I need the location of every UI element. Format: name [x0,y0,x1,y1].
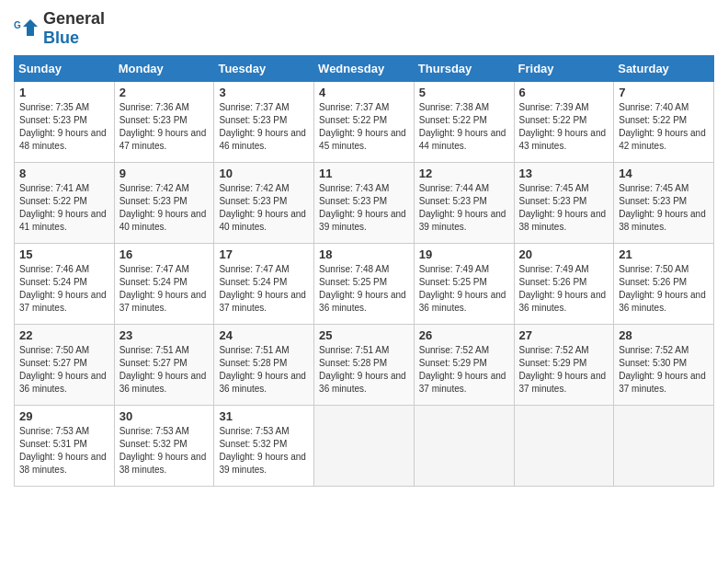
svg-text:G: G [14,20,21,30]
day-cell: 30 Sunrise: 7:53 AM Sunset: 5:32 PM Dayl… [114,406,214,487]
day-info: Sunrise: 7:53 AM Sunset: 5:32 PM Dayligh… [119,425,210,477]
day-info: Sunrise: 7:52 AM Sunset: 5:29 PM Dayligh… [419,344,509,396]
header-cell-wednesday: Wednesday [314,56,415,82]
day-cell: 22 Sunrise: 7:50 AM Sunset: 5:27 PM Dayl… [15,325,115,406]
day-info: Sunrise: 7:41 AM Sunset: 5:22 PM Dayligh… [19,182,109,234]
day-cell: 9 Sunrise: 7:42 AM Sunset: 5:23 PM Dayli… [114,163,214,244]
calendar-body: 1 Sunrise: 7:35 AM Sunset: 5:23 PM Dayli… [15,82,714,487]
day-number: 3 [219,86,309,99]
day-info: Sunrise: 7:46 AM Sunset: 5:24 PM Dayligh… [19,263,109,315]
week-row-4: 22 Sunrise: 7:50 AM Sunset: 5:27 PM Dayl… [15,325,714,406]
header: G General Blue [14,9,714,48]
day-cell: 3 Sunrise: 7:37 AM Sunset: 5:23 PM Dayli… [214,82,314,163]
day-info: Sunrise: 7:49 AM Sunset: 5:25 PM Dayligh… [419,263,509,315]
header-cell-thursday: Thursday [414,56,514,82]
day-cell: 17 Sunrise: 7:47 AM Sunset: 5:24 PM Dayl… [214,244,314,325]
day-cell: 26 Sunrise: 7:52 AM Sunset: 5:29 PM Dayl… [414,325,514,406]
day-info: Sunrise: 7:45 AM Sunset: 5:23 PM Dayligh… [619,182,709,234]
header-cell-sunday: Sunday [15,56,115,82]
day-info: Sunrise: 7:47 AM Sunset: 5:24 PM Dayligh… [219,263,309,315]
day-number: 9 [119,167,210,180]
day-number: 28 [619,328,709,342]
day-number: 13 [519,167,609,180]
day-number: 7 [619,86,709,99]
day-info: Sunrise: 7:47 AM Sunset: 5:24 PM Dayligh… [119,263,210,315]
day-cell: 16 Sunrise: 7:47 AM Sunset: 5:24 PM Dayl… [114,244,214,325]
day-info: Sunrise: 7:44 AM Sunset: 5:23 PM Dayligh… [419,182,509,234]
day-cell [314,406,415,487]
day-number: 29 [19,409,109,423]
logo-text: General Blue [43,9,105,48]
day-number: 27 [519,328,609,342]
day-cell: 1 Sunrise: 7:35 AM Sunset: 5:23 PM Dayli… [15,82,115,163]
day-number: 5 [419,86,509,99]
day-cell [514,406,614,487]
header-cell-saturday: Saturday [614,56,714,82]
day-info: Sunrise: 7:42 AM Sunset: 5:23 PM Dayligh… [219,182,309,234]
calendar-table: SundayMondayTuesdayWednesdayThursdayFrid… [14,55,714,487]
day-number: 10 [219,167,309,180]
day-info: Sunrise: 7:36 AM Sunset: 5:23 PM Dayligh… [119,101,210,153]
day-cell: 24 Sunrise: 7:51 AM Sunset: 5:28 PM Dayl… [214,325,314,406]
day-info: Sunrise: 7:52 AM Sunset: 5:29 PM Dayligh… [519,344,609,396]
svg-marker-1 [23,19,38,36]
day-number: 19 [419,247,509,261]
day-number: 18 [319,247,409,261]
day-info: Sunrise: 7:37 AM Sunset: 5:22 PM Dayligh… [319,101,409,153]
day-number: 2 [119,86,210,99]
day-number: 14 [619,167,709,180]
day-cell: 11 Sunrise: 7:43 AM Sunset: 5:23 PM Dayl… [314,163,415,244]
header-cell-friday: Friday [514,56,614,82]
day-info: Sunrise: 7:53 AM Sunset: 5:32 PM Dayligh… [219,425,309,477]
day-number: 16 [119,247,210,261]
day-number: 24 [219,328,309,342]
day-number: 23 [119,328,210,342]
day-cell: 5 Sunrise: 7:38 AM Sunset: 5:22 PM Dayli… [414,82,514,163]
day-number: 30 [119,409,210,423]
day-cell: 29 Sunrise: 7:53 AM Sunset: 5:31 PM Dayl… [15,406,115,487]
day-info: Sunrise: 7:50 AM Sunset: 5:27 PM Dayligh… [19,344,109,396]
day-cell: 19 Sunrise: 7:49 AM Sunset: 5:25 PM Dayl… [414,244,514,325]
day-number: 20 [519,247,609,261]
day-info: Sunrise: 7:51 AM Sunset: 5:28 PM Dayligh… [319,344,409,396]
day-number: 6 [519,86,609,99]
day-cell: 15 Sunrise: 7:46 AM Sunset: 5:24 PM Dayl… [15,244,115,325]
day-cell: 10 Sunrise: 7:42 AM Sunset: 5:23 PM Dayl… [214,163,314,244]
day-info: Sunrise: 7:39 AM Sunset: 5:22 PM Dayligh… [519,101,609,153]
week-row-3: 15 Sunrise: 7:46 AM Sunset: 5:24 PM Dayl… [15,244,714,325]
week-row-1: 1 Sunrise: 7:35 AM Sunset: 5:23 PM Dayli… [15,82,714,163]
day-info: Sunrise: 7:51 AM Sunset: 5:27 PM Dayligh… [119,344,210,396]
week-row-2: 8 Sunrise: 7:41 AM Sunset: 5:22 PM Dayli… [15,163,714,244]
day-info: Sunrise: 7:42 AM Sunset: 5:23 PM Dayligh… [119,182,210,234]
day-cell: 21 Sunrise: 7:50 AM Sunset: 5:26 PM Dayl… [614,244,714,325]
day-info: Sunrise: 7:43 AM Sunset: 5:23 PM Dayligh… [319,182,409,234]
week-row-5: 29 Sunrise: 7:53 AM Sunset: 5:31 PM Dayl… [15,406,714,487]
day-number: 1 [19,86,109,99]
header-cell-tuesday: Tuesday [214,56,314,82]
day-cell: 14 Sunrise: 7:45 AM Sunset: 5:23 PM Dayl… [614,163,714,244]
day-cell: 28 Sunrise: 7:52 AM Sunset: 5:30 PM Dayl… [614,325,714,406]
day-number: 22 [19,328,109,342]
day-number: 12 [419,167,509,180]
day-number: 17 [219,247,309,261]
day-cell: 25 Sunrise: 7:51 AM Sunset: 5:28 PM Dayl… [314,325,415,406]
day-number: 25 [319,328,409,342]
day-cell: 7 Sunrise: 7:40 AM Sunset: 5:22 PM Dayli… [614,82,714,163]
day-info: Sunrise: 7:53 AM Sunset: 5:31 PM Dayligh… [19,425,109,477]
day-number: 15 [19,247,109,261]
logo-icon: G [14,16,40,41]
day-info: Sunrise: 7:38 AM Sunset: 5:22 PM Dayligh… [419,101,509,153]
day-cell: 18 Sunrise: 7:48 AM Sunset: 5:25 PM Dayl… [314,244,415,325]
day-info: Sunrise: 7:52 AM Sunset: 5:30 PM Dayligh… [619,344,709,396]
day-info: Sunrise: 7:35 AM Sunset: 5:23 PM Dayligh… [19,101,109,153]
day-info: Sunrise: 7:49 AM Sunset: 5:26 PM Dayligh… [519,263,609,315]
day-cell: 23 Sunrise: 7:51 AM Sunset: 5:27 PM Dayl… [114,325,214,406]
day-info: Sunrise: 7:37 AM Sunset: 5:23 PM Dayligh… [219,101,309,153]
day-cell [614,406,714,487]
header-cell-monday: Monday [114,56,214,82]
day-cell: 20 Sunrise: 7:49 AM Sunset: 5:26 PM Dayl… [514,244,614,325]
day-number: 26 [419,328,509,342]
day-number: 4 [319,86,409,99]
calendar-header-row: SundayMondayTuesdayWednesdayThursdayFrid… [15,56,714,82]
day-cell: 4 Sunrise: 7:37 AM Sunset: 5:22 PM Dayli… [314,82,415,163]
